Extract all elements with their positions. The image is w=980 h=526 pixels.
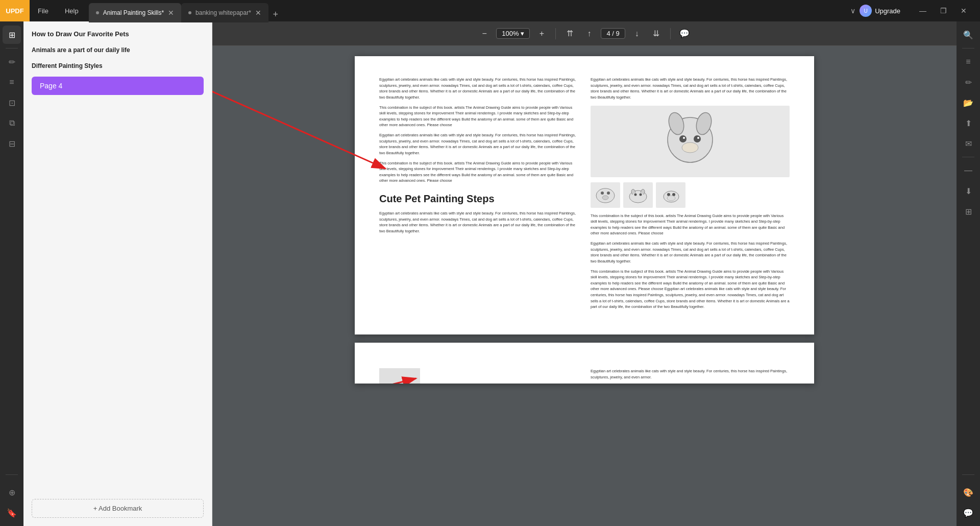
dog-sketch-svg <box>657 108 723 175</box>
icon-sep-2 <box>6 474 18 475</box>
right-icon-edit[interactable]: ✏ <box>959 73 977 91</box>
right-column: Egyptian art celebrates animals like cat… <box>591 77 790 314</box>
svg-point-15 <box>640 193 642 196</box>
nav-prev-button[interactable]: ↑ <box>581 26 597 41</box>
tab-animal-painting[interactable]: Animal Painting Skills* ✕ <box>89 3 181 22</box>
minimize-button[interactable]: — <box>913 3 933 19</box>
nav-bottom-button[interactable]: ⇊ <box>649 26 664 41</box>
page-sep: / <box>610 30 616 37</box>
page-two-col: Egyptian art celebrates animals like cat… <box>379 77 790 314</box>
icon-edit[interactable]: ✏ <box>3 53 21 71</box>
comment-button[interactable]: 💬 <box>677 26 692 41</box>
tab-close-animal[interactable]: ✕ <box>168 9 174 17</box>
page-total: 9 <box>616 30 620 37</box>
tab-add-button[interactable]: + <box>268 7 283 21</box>
page-current[interactable]: 4 <box>606 30 610 37</box>
add-bookmark-button[interactable]: + Add Bookmark <box>32 499 204 518</box>
zoom-value: 100% <box>502 30 519 37</box>
right-para-1: Egyptian art celebrates animals like cat… <box>591 77 790 101</box>
left-para-1: Egyptian art celebrates animals like cat… <box>379 77 578 101</box>
tab-dot-2 <box>188 11 191 14</box>
sidebar: How to Draw Our Favorite Pets Animals ar… <box>23 21 212 526</box>
tab-close-banking[interactable]: ✕ <box>255 9 261 17</box>
dog-image <box>591 106 790 177</box>
app-logo: UPDF <box>0 0 30 21</box>
right-icon-bar: 🔍 ≡ ✏ 📂 ⬆ ✉ — ⬇ ⊞ 🎨 💬 <box>957 21 980 526</box>
zoom-dropdown-icon: ▾ <box>521 30 524 37</box>
titlebar-right: ∨ U Upgrade — ❐ ✕ <box>850 3 980 19</box>
maximize-button[interactable]: ❐ <box>933 3 953 19</box>
icon-sep-1 <box>6 48 18 49</box>
tab-label-banking: banking whitepapar* <box>195 9 251 16</box>
toolbar-sep-1 <box>555 28 556 39</box>
icon-home[interactable]: ⊞ <box>3 26 21 44</box>
sidebar-heading-3: Different Painting Styles <box>32 62 204 70</box>
right-sep-2 <box>962 157 974 157</box>
sidebar-heading-1: How to Draw Our Favorite Pets <box>32 30 204 39</box>
svg-point-11 <box>607 192 610 195</box>
svg-point-5 <box>683 137 685 139</box>
right-icon-grid[interactable]: ⊞ <box>959 202 977 221</box>
page-display: 4 / 9 <box>601 28 625 39</box>
zoom-out-button[interactable]: − <box>477 26 492 41</box>
svg-point-8 <box>682 142 698 153</box>
svg-point-6 <box>697 137 699 139</box>
icon-bookmark[interactable]: 🔖 <box>3 504 21 522</box>
nav-top-button[interactable]: ⇈ <box>562 26 577 41</box>
svg-point-19 <box>667 196 675 201</box>
small-sketch-1 <box>591 182 620 208</box>
zoom-display[interactable]: 100% ▾ <box>496 28 530 39</box>
right-para-3: Egyptian art celebrates animals like cat… <box>591 241 790 265</box>
menu-help[interactable]: Help <box>57 0 87 21</box>
tab-label-animal: Animal Painting Skills* <box>103 9 164 16</box>
tab-dot <box>96 11 99 14</box>
pdf-toolbar: − 100% ▾ + ⇈ ↑ 4 / 9 ↓ ⇊ 💬 <box>212 21 957 46</box>
right-para-4: This combination is the subject of this … <box>591 269 790 310</box>
left-para-5: Egyptian art celebrates animals like cat… <box>379 210 578 234</box>
upgrade-button[interactable]: U Upgrade <box>860 5 900 17</box>
nav-next-button[interactable]: ↓ <box>629 26 645 41</box>
zoom-in-button[interactable]: + <box>534 26 549 41</box>
page5-text: Egyptian art celebrates animals like cat… <box>591 368 790 380</box>
titlebar: UPDF File Help Animal Painting Skills* ✕… <box>0 0 980 21</box>
icon-layers[interactable]: ⧉ <box>3 114 21 132</box>
pdf-page-4: Egyptian art celebrates animals like cat… <box>355 56 814 334</box>
svg-line-21 <box>212 87 385 169</box>
svg-point-12 <box>602 196 608 200</box>
sidebar-heading-2: Animals are a part of our daily life <box>32 46 204 55</box>
icon-minus[interactable]: ⊟ <box>3 134 21 153</box>
right-icon-upload[interactable]: ⬆ <box>959 114 977 132</box>
right-sep-3 <box>962 474 974 475</box>
right-icon-dash[interactable]: — <box>959 161 977 180</box>
right-icon-chat[interactable]: 💬 <box>959 504 977 522</box>
close-button[interactable]: ✕ <box>953 3 974 19</box>
pdf-page-5: Egyptian art celebrates animals like cat… <box>355 343 814 384</box>
small-sketches-row <box>591 182 790 208</box>
right-icon-search[interactable]: 🔍 <box>959 26 977 44</box>
chevron-icon[interactable]: ∨ <box>850 7 855 15</box>
svg-point-10 <box>601 192 604 195</box>
window-controls: — ❐ ✕ <box>913 3 974 19</box>
left-column: Egyptian art celebrates animals like cat… <box>379 77 578 314</box>
svg-point-4 <box>694 135 701 142</box>
icon-list[interactable]: ≡ <box>3 73 21 91</box>
right-icon-palette[interactable]: 🎨 <box>959 483 977 501</box>
right-icon-download[interactable]: ⬇ <box>959 182 977 200</box>
icon-add-bottom[interactable]: ⊕ <box>3 483 21 501</box>
right-sep-1 <box>962 48 974 49</box>
left-icon-bar: ⊞ ✏ ≡ ⊡ ⧉ ⊟ ⊕ 🔖 <box>0 21 23 526</box>
toolbar-sep-2 <box>670 28 671 39</box>
menu-file[interactable]: File <box>30 0 57 21</box>
svg-point-3 <box>679 135 687 142</box>
pdf-area: − 100% ▾ + ⇈ ↑ 4 / 9 ↓ ⇊ 💬 <box>212 21 957 526</box>
right-icon-menu[interactable]: ≡ <box>959 53 977 71</box>
red-arrow-1 <box>212 56 406 209</box>
tab-bar: Animal Painting Skills* ✕ banking whitep… <box>89 0 850 21</box>
sidebar-active-page[interactable]: Page 4 <box>32 77 204 95</box>
icon-pages[interactable]: ⊡ <box>3 93 21 112</box>
small-sketch-3 <box>656 182 685 208</box>
pdf-pages[interactable]: Egyptian art celebrates animals like cat… <box>212 46 957 526</box>
right-icon-mail[interactable]: ✉ <box>959 134 977 153</box>
tab-banking[interactable]: banking whitepapar* ✕ <box>181 3 268 22</box>
right-icon-folder[interactable]: 📂 <box>959 93 977 112</box>
